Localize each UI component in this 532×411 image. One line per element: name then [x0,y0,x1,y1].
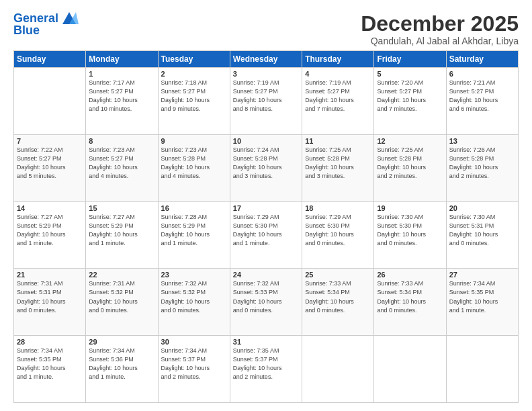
table-row: 7Sunrise: 7:22 AM Sunset: 5:27 PM Daylig… [14,134,86,201]
table-row: 21Sunrise: 7:31 AM Sunset: 5:31 PM Dayli… [14,269,86,336]
table-row: 3Sunrise: 7:19 AM Sunset: 5:27 PM Daylig… [230,68,302,135]
table-row: 24Sunrise: 7:32 AM Sunset: 5:33 PM Dayli… [230,269,302,336]
table-row: 15Sunrise: 7:27 AM Sunset: 5:29 PM Dayli… [86,201,158,269]
table-row: 28Sunrise: 7:34 AM Sunset: 5:35 PM Dayli… [14,336,86,403]
logo-icon [60,12,79,24]
day-number: 7 [17,137,83,145]
day-info: Sunrise: 7:30 AM Sunset: 5:30 PM Dayligh… [377,213,443,248]
col-sunday: Sunday [14,51,86,68]
table-row: 23Sunrise: 7:32 AM Sunset: 5:32 PM Dayli… [158,269,230,336]
calendar-week-row: 1Sunrise: 7:17 AM Sunset: 5:27 PM Daylig… [14,68,519,135]
day-info: Sunrise: 7:20 AM Sunset: 5:27 PM Dayligh… [377,79,443,113]
table-row: 2Sunrise: 7:18 AM Sunset: 5:27 PM Daylig… [158,68,230,135]
table-row: 25Sunrise: 7:33 AM Sunset: 5:34 PM Dayli… [302,269,374,336]
header: General Blue December 2025 Qandulah, Al … [13,12,519,46]
day-info: Sunrise: 7:25 AM Sunset: 5:28 PM Dayligh… [377,146,443,181]
calendar-table: Sunday Monday Tuesday Wednesday Thursday… [13,50,519,403]
day-info: Sunrise: 7:35 AM Sunset: 5:37 PM Dayligh… [233,347,299,381]
day-info: Sunrise: 7:19 AM Sunset: 5:27 PM Dayligh… [233,79,299,113]
day-number: 31 [233,338,299,346]
table-row: 18Sunrise: 7:29 AM Sunset: 5:30 PM Dayli… [302,201,374,269]
col-saturday: Saturday [446,51,518,68]
day-info: Sunrise: 7:21 AM Sunset: 5:27 PM Dayligh… [449,79,515,113]
table-row: 5Sunrise: 7:20 AM Sunset: 5:27 PM Daylig… [374,68,446,135]
day-number: 5 [377,70,443,78]
day-info: Sunrise: 7:29 AM Sunset: 5:30 PM Dayligh… [305,213,371,248]
day-number: 27 [449,271,515,279]
table-row: 20Sunrise: 7:30 AM Sunset: 5:31 PM Dayli… [446,201,518,269]
calendar-week-row: 7Sunrise: 7:22 AM Sunset: 5:27 PM Daylig… [14,134,519,201]
day-number: 15 [89,204,154,212]
day-info: Sunrise: 7:17 AM Sunset: 5:27 PM Dayligh… [89,79,154,113]
calendar-header-row: Sunday Monday Tuesday Wednesday Thursday… [14,51,519,68]
day-number: 29 [89,338,154,346]
col-thursday: Thursday [302,51,374,68]
table-row: 19Sunrise: 7:30 AM Sunset: 5:30 PM Dayli… [374,201,446,269]
day-info: Sunrise: 7:32 AM Sunset: 5:32 PM Dayligh… [161,279,227,314]
day-info: Sunrise: 7:26 AM Sunset: 5:28 PM Dayligh… [449,146,515,181]
calendar-week-row: 21Sunrise: 7:31 AM Sunset: 5:31 PM Dayli… [14,269,519,336]
table-row: 17Sunrise: 7:29 AM Sunset: 5:30 PM Dayli… [230,201,302,269]
day-number: 25 [305,271,371,279]
table-row: 4Sunrise: 7:19 AM Sunset: 5:27 PM Daylig… [302,68,374,135]
logo-blue: Blue [13,24,40,36]
table-row: 10Sunrise: 7:24 AM Sunset: 5:28 PM Dayli… [230,134,302,201]
day-info: Sunrise: 7:30 AM Sunset: 5:31 PM Dayligh… [449,213,515,248]
day-info: Sunrise: 7:28 AM Sunset: 5:29 PM Dayligh… [161,213,227,248]
table-row: 6Sunrise: 7:21 AM Sunset: 5:27 PM Daylig… [446,68,518,135]
day-info: Sunrise: 7:18 AM Sunset: 5:27 PM Dayligh… [161,79,227,113]
day-number: 23 [161,271,227,279]
day-info: Sunrise: 7:34 AM Sunset: 5:37 PM Dayligh… [161,347,227,381]
day-info: Sunrise: 7:27 AM Sunset: 5:29 PM Dayligh… [89,213,154,248]
month-title: December 2025 [361,12,519,36]
day-number: 9 [161,137,227,145]
page: General Blue December 2025 Qandulah, Al … [0,0,532,411]
day-info: Sunrise: 7:23 AM Sunset: 5:27 PM Dayligh… [89,146,154,181]
table-row [446,336,518,403]
table-row: 30Sunrise: 7:34 AM Sunset: 5:37 PM Dayli… [158,336,230,403]
day-info: Sunrise: 7:25 AM Sunset: 5:28 PM Dayligh… [305,146,371,181]
day-info: Sunrise: 7:31 AM Sunset: 5:31 PM Dayligh… [17,279,83,314]
day-number: 21 [17,271,83,279]
day-info: Sunrise: 7:34 AM Sunset: 5:36 PM Dayligh… [89,347,154,381]
day-number: 10 [233,137,299,145]
day-info: Sunrise: 7:34 AM Sunset: 5:35 PM Dayligh… [17,347,83,381]
day-info: Sunrise: 7:19 AM Sunset: 5:27 PM Dayligh… [305,79,371,113]
table-row: 16Sunrise: 7:28 AM Sunset: 5:29 PM Dayli… [158,201,230,269]
day-number: 16 [161,204,227,212]
calendar-week-row: 14Sunrise: 7:27 AM Sunset: 5:29 PM Dayli… [14,201,519,269]
table-row: 13Sunrise: 7:26 AM Sunset: 5:28 PM Dayli… [446,134,518,201]
table-row: 9Sunrise: 7:23 AM Sunset: 5:28 PM Daylig… [158,134,230,201]
day-number: 18 [305,204,371,212]
location: Qandulah, Al Jabal al Akhdar, Libya [361,36,519,46]
day-number: 14 [17,204,83,212]
day-number: 8 [89,137,154,145]
day-info: Sunrise: 7:29 AM Sunset: 5:30 PM Dayligh… [233,213,299,248]
table-row: 11Sunrise: 7:25 AM Sunset: 5:28 PM Dayli… [302,134,374,201]
logo-text: General [13,12,58,24]
day-info: Sunrise: 7:31 AM Sunset: 5:32 PM Dayligh… [89,279,154,314]
title-block: December 2025 Qandulah, Al Jabal al Akhd… [361,12,519,46]
table-row: 29Sunrise: 7:34 AM Sunset: 5:36 PM Dayli… [86,336,158,403]
table-row [302,336,374,403]
day-info: Sunrise: 7:24 AM Sunset: 5:28 PM Dayligh… [233,146,299,181]
day-info: Sunrise: 7:22 AM Sunset: 5:27 PM Dayligh… [17,146,83,181]
day-number: 11 [305,137,371,145]
day-number: 22 [89,271,154,279]
day-number: 26 [377,271,443,279]
day-number: 19 [377,204,443,212]
day-info: Sunrise: 7:33 AM Sunset: 5:34 PM Dayligh… [377,279,443,314]
day-number: 30 [161,338,227,346]
day-number: 1 [89,70,154,78]
col-monday: Monday [86,51,158,68]
logo: General Blue [13,12,79,36]
table-row: 12Sunrise: 7:25 AM Sunset: 5:28 PM Dayli… [374,134,446,201]
col-tuesday: Tuesday [158,51,230,68]
day-info: Sunrise: 7:33 AM Sunset: 5:34 PM Dayligh… [305,279,371,314]
table-row: 8Sunrise: 7:23 AM Sunset: 5:27 PM Daylig… [86,134,158,201]
day-number: 24 [233,271,299,279]
calendar-week-row: 28Sunrise: 7:34 AM Sunset: 5:35 PM Dayli… [14,336,519,403]
day-number: 28 [17,338,83,346]
day-number: 12 [377,137,443,145]
table-row: 14Sunrise: 7:27 AM Sunset: 5:29 PM Dayli… [14,201,86,269]
